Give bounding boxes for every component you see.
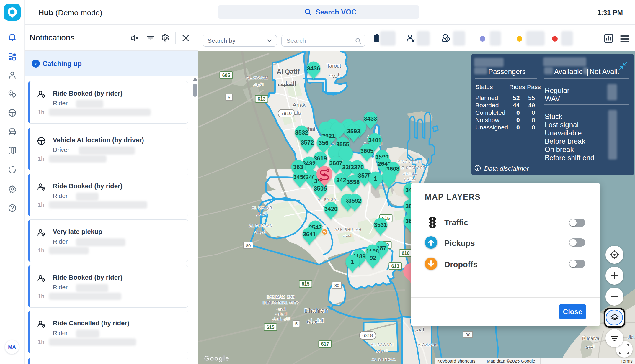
svg-text:363: 363: [293, 164, 303, 170]
svg-text:AL FURSAN: AL FURSAN: [249, 224, 273, 228]
svg-text:القطيف: القطيف: [278, 81, 296, 87]
svg-text:الصواري: الصواري: [376, 349, 387, 353]
svg-text:3456: 3456: [293, 174, 307, 180]
svg-text:80: 80: [246, 243, 251, 248]
svg-text:السطار: السطار: [256, 212, 267, 216]
svg-text:342: 342: [336, 177, 346, 183]
svg-text:3532: 3532: [295, 129, 308, 136]
svg-text:610: 610: [402, 251, 410, 256]
svg-text:AL MATAR: AL MATAR: [252, 206, 272, 210]
svg-text:5: 5: [295, 321, 298, 326]
svg-text:92: 92: [370, 255, 376, 261]
svg-text:617: 617: [321, 342, 329, 347]
svg-text:3572: 3572: [301, 139, 314, 146]
svg-text:1: 1: [351, 258, 354, 265]
svg-text:DAMMAM 2ND: DAMMAM 2ND: [267, 295, 295, 299]
svg-text:6318: 6318: [362, 333, 373, 338]
svg-text:الأوجام: الأوجام: [253, 82, 263, 87]
svg-text:الثانية بالدمام: الثانية بالدمام: [272, 317, 290, 321]
svg-text:Tarout: Tarout: [327, 63, 341, 69]
svg-text:3605: 3605: [360, 147, 374, 154]
svg-text:مياء الملك: مياء الملك: [403, 172, 417, 176]
svg-text:AL AWJAM: AL AWJAM: [246, 76, 269, 80]
svg-text:Google: Google: [204, 354, 229, 362]
svg-text:615: 615: [302, 281, 310, 286]
svg-text:3436: 3436: [307, 65, 320, 72]
svg-text:3641: 3641: [303, 231, 316, 237]
svg-text:الفرسان: الفرسان: [254, 230, 266, 234]
svg-text:Dhahran: Dhahran: [304, 307, 328, 314]
svg-text:3593: 3593: [347, 128, 360, 135]
svg-text:الصناعية: الصناعية: [275, 312, 287, 316]
svg-text:3433: 3433: [364, 115, 377, 122]
svg-text:3505: 3505: [314, 185, 327, 192]
svg-text:ASH SHULAH: ASH SHULAH: [334, 228, 362, 232]
svg-text:7810: 7810: [281, 111, 292, 116]
svg-text:3592: 3592: [348, 197, 362, 204]
svg-text:356: 356: [319, 140, 328, 146]
svg-text:AL SHERAA: AL SHERAA: [372, 358, 396, 362]
svg-text:Al Aziziyah: Al Aziziyah: [418, 342, 437, 347]
svg-text:Budaiya: Budaiya: [582, 336, 599, 341]
svg-text:Jid: Jid: [628, 335, 634, 340]
svg-text:المدينة: المدينة: [277, 307, 286, 311]
svg-text:3531: 3531: [374, 222, 387, 228]
svg-text:605: 605: [222, 73, 230, 78]
svg-text:1: 1: [374, 175, 377, 182]
svg-text:INDUSTRIAL CITY: INDUSTRIAL CITY: [263, 301, 299, 305]
svg-text:KING ABDUL: KING ABDUL: [397, 160, 423, 164]
svg-text:80: 80: [334, 283, 339, 288]
svg-text:3558: 3558: [347, 179, 360, 185]
svg-text:تاروت: تاروت: [329, 72, 341, 78]
svg-text:3420: 3420: [324, 206, 338, 212]
svg-text:5: 5: [228, 95, 230, 100]
svg-text:Al Qatif: Al Qatif: [277, 68, 300, 75]
svg-text:613: 613: [258, 96, 266, 101]
svg-text:3401: 3401: [368, 137, 382, 143]
svg-text:80: 80: [466, 332, 471, 337]
svg-text:Anak: Anak: [293, 102, 306, 108]
svg-text:613: 613: [391, 264, 399, 269]
svg-text:AL SAWARI: AL SAWARI: [371, 343, 394, 347]
svg-text:W: W: [323, 230, 327, 234]
svg-text:3619: 3619: [314, 155, 327, 162]
svg-text:615: 615: [267, 325, 275, 330]
svg-text:عنك: عنك: [294, 111, 302, 116]
svg-text:البديع: البديع: [586, 344, 595, 349]
svg-text:عبدالعزيز: عبدالعزيز: [403, 177, 416, 181]
svg-text:الخبر: الخبر: [414, 327, 424, 333]
svg-text:الظهران: الظهران: [307, 318, 324, 324]
svg-text:الشعلة: الشعلة: [343, 234, 352, 237]
